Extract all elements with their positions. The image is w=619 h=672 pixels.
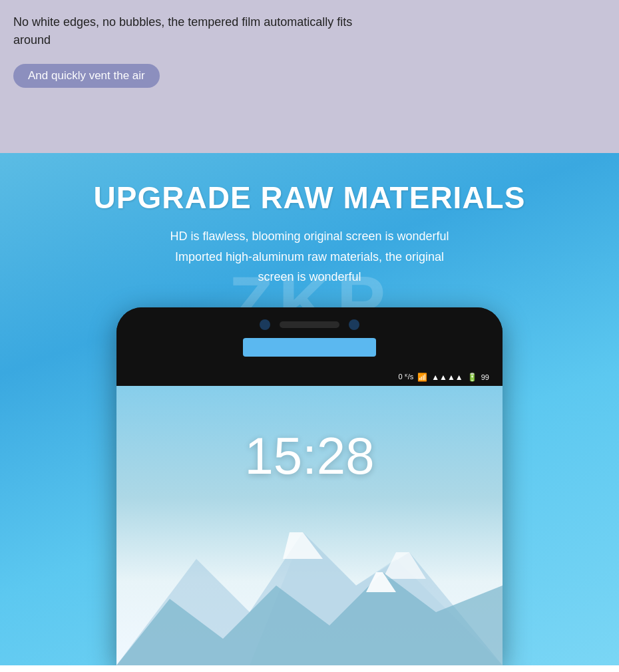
notification-bar	[116, 335, 503, 359]
phone-screen: 15:28	[116, 386, 503, 665]
top-section: No white edges, no bubbles, the tempered…	[0, 0, 619, 153]
subtitle-line3: screen is wonderful	[258, 270, 361, 283]
phone-sensors	[260, 319, 359, 330]
speaker-slot	[280, 321, 339, 328]
subtitle-line1: HD is flawless, blooming original screen…	[170, 230, 449, 243]
phone-container: 0 ᴷ/s 📶 ▲▲▲▲ 🔋 99	[13, 307, 606, 665]
top-description: No white edges, no bubbles, the tempered…	[13, 13, 386, 49]
subtitle-line2: Imported high-aluminum raw materials, th…	[175, 250, 444, 263]
phone-mockup: 0 ᴷ/s 📶 ▲▲▲▲ 🔋 99	[116, 307, 503, 665]
blue-section: UPGRADE RAW MATERIALS HD is flawless, bl…	[0, 153, 619, 665]
sensor-dot-right	[349, 319, 359, 330]
battery-percent: 99	[481, 373, 489, 381]
clock-display: 15:28	[244, 426, 374, 486]
phone-top-bar	[116, 307, 503, 369]
upgrade-title: UPGRADE RAW MATERIALS	[13, 180, 606, 216]
svg-marker-2	[283, 532, 323, 559]
upgrade-subtitle: HD is flawless, blooming original screen…	[13, 226, 606, 287]
status-bar: 0 ᴷ/s 📶 ▲▲▲▲ 🔋 99	[116, 369, 503, 386]
notification-inner	[243, 338, 376, 357]
status-network: 0 ᴷ/s	[399, 373, 414, 381]
mountain-background	[116, 519, 503, 665]
signal-icon: ▲▲▲▲	[431, 373, 463, 382]
battery-icon: 🔋	[467, 373, 477, 382]
wifi-icon: 📶	[417, 373, 427, 382]
tag-pill: And quickly vent the air	[13, 64, 160, 88]
front-camera	[260, 319, 270, 330]
